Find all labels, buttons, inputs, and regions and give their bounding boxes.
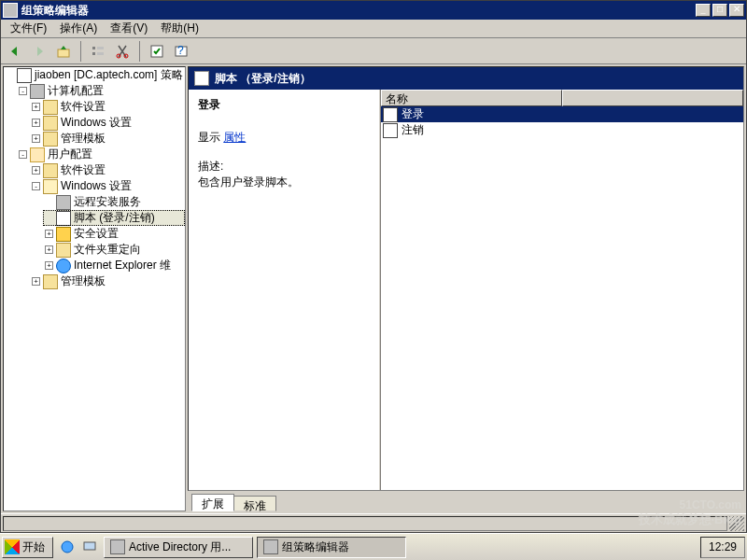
- desc-body: 包含用户登录脚本。: [198, 175, 370, 190]
- ris-icon: [56, 195, 71, 210]
- tab-extended[interactable]: 扩展: [191, 494, 234, 511]
- tree-label: 远程安装服务: [74, 194, 141, 210]
- ie-icon: [60, 539, 75, 554]
- start-label: 开始: [22, 539, 45, 555]
- ie-icon: [56, 259, 71, 273]
- show-row: 显示 属性: [198, 130, 370, 146]
- tree-pane[interactable]: jiaoben [DC.aptech.com] 策略 - 计算机配置 +: [3, 66, 186, 511]
- selection-heading: 登录: [198, 97, 370, 113]
- gpedit-window: 组策略编辑器 _ □ ✕ 文件(F) 操作(A) 查看(V) 帮助(H): [0, 0, 747, 533]
- status-segment: [3, 516, 727, 531]
- quick-launch: [57, 537, 100, 557]
- tree-remote-install[interactable]: 远程安装服务: [43, 194, 185, 210]
- user-icon: [30, 147, 45, 162]
- tree-computer-sw[interactable]: + 软件设置: [30, 99, 185, 115]
- tree-user-config[interactable]: - 用户配置 + 软件设置 -: [17, 147, 185, 289]
- script-icon: [383, 107, 398, 122]
- taskbar-item-label: 组策略编辑器: [282, 539, 349, 555]
- list-header[interactable]: 名称: [381, 90, 743, 106]
- taskbar-item-label: Active Directory 用...: [129, 539, 231, 555]
- app-icon: [3, 3, 18, 18]
- tree-scripts[interactable]: 脚本 (登录/注销): [43, 210, 185, 226]
- clock: 12:29: [709, 540, 737, 553]
- tree-root[interactable]: jiaoben [DC.aptech.com] 策略 - 计算机配置 +: [4, 67, 185, 289]
- back-arrow-icon: [7, 44, 22, 59]
- maximize-button[interactable]: □: [712, 4, 727, 17]
- ql-ie[interactable]: [57, 537, 78, 557]
- tab-standard[interactable]: 标准: [233, 496, 276, 511]
- statusbar: [1, 513, 746, 532]
- menu-file[interactable]: 文件(F): [5, 19, 52, 38]
- svg-rect-2: [92, 52, 95, 55]
- properties-link[interactable]: 属性: [223, 131, 246, 144]
- folder-icon: [43, 132, 58, 147]
- svg-rect-0: [58, 49, 69, 57]
- folder-icon: [43, 274, 58, 289]
- forward-button[interactable]: [29, 41, 49, 62]
- toolbar-sep-2: [139, 41, 140, 62]
- up-folder-icon: [56, 44, 71, 59]
- up-button[interactable]: [53, 41, 74, 62]
- list-row-login[interactable]: 登录: [381, 106, 743, 122]
- list-column: 名称 登录 注销: [379, 90, 743, 490]
- show-label: 显示: [198, 131, 220, 144]
- system-tray[interactable]: 12:29: [700, 537, 745, 558]
- window-title: 组策略编辑器: [21, 3, 694, 19]
- menu-view[interactable]: 查看(V): [105, 19, 153, 38]
- desktop-icon: [82, 539, 97, 554]
- policy-icon: [17, 68, 32, 83]
- toolbar-sep-1: [80, 41, 81, 62]
- help-button[interactable]: ?: [171, 41, 191, 62]
- shield-icon: [56, 227, 71, 242]
- tree-label: 软件设置: [61, 162, 106, 178]
- tree-label: 安全设置: [74, 226, 119, 242]
- tree-computer-tpl[interactable]: + 管理模板: [30, 131, 185, 147]
- tree-computer-config[interactable]: - 计算机配置 + 软件设置 +: [17, 83, 185, 147]
- list-row-label: 登录: [402, 106, 424, 122]
- start-button[interactable]: 开始: [2, 537, 53, 558]
- tree-computer-win[interactable]: + Windows 设置: [30, 115, 185, 131]
- tree-security[interactable]: + 安全设置: [43, 226, 185, 242]
- col-name[interactable]: 名称: [381, 90, 562, 106]
- tree-label: Internet Explorer 维: [74, 258, 171, 273]
- menubar: 文件(F) 操作(A) 查看(V) 帮助(H): [1, 20, 746, 38]
- minimize-button[interactable]: _: [696, 4, 711, 17]
- tree-folder-redirect[interactable]: + 文件夹重定向: [43, 242, 185, 258]
- list-body[interactable]: 登录 注销: [381, 106, 743, 490]
- menu-action[interactable]: 操作(A): [54, 19, 103, 38]
- resize-grip[interactable]: [729, 516, 744, 531]
- list-view-button[interactable]: [88, 41, 108, 62]
- menu-help[interactable]: 帮助(H): [155, 19, 204, 38]
- cut-button[interactable]: [112, 41, 133, 62]
- properties-button[interactable]: [147, 41, 167, 62]
- banner-title: 脚本 （登录/注销）: [215, 71, 311, 87]
- tree-ie-maint[interactable]: + Internet Explorer 维: [43, 258, 185, 273]
- script-icon: [383, 123, 398, 138]
- aduc-icon: [110, 539, 125, 554]
- svg-rect-4: [97, 52, 104, 55]
- taskbar-item-aduc[interactable]: Active Directory 用...: [104, 537, 253, 558]
- folder-icon: [43, 116, 58, 131]
- cut-icon: [115, 44, 130, 59]
- details-split: 登录 显示 属性 描述: 包含用户登录脚本。 名称: [189, 90, 743, 490]
- back-button[interactable]: [5, 41, 25, 62]
- col-spacer: [562, 90, 743, 106]
- tree-user-tpl[interactable]: + 管理模板: [30, 273, 185, 289]
- close-button[interactable]: ✕: [729, 4, 744, 17]
- folder-icon: [43, 163, 58, 178]
- help-icon: ?: [174, 44, 189, 59]
- windows-flag-icon: [5, 539, 20, 554]
- expander-icon[interactable]: -: [19, 87, 27, 95]
- tree-label: 管理模板: [61, 273, 106, 289]
- tree-label: Windows 设置: [61, 178, 132, 194]
- svg-point-10: [62, 541, 73, 553]
- tree-user-sw[interactable]: + 软件设置: [30, 162, 185, 178]
- tree-user-win[interactable]: - Windows 设置 远程安装服务: [30, 178, 185, 273]
- forward-arrow-icon: [32, 44, 47, 59]
- tree-label: 计算机配置: [48, 83, 104, 99]
- svg-rect-11: [84, 542, 95, 550]
- ql-desktop[interactable]: [79, 537, 100, 557]
- list-row-logout[interactable]: 注销: [381, 122, 743, 138]
- taskbar-item-gpedit[interactable]: 组策略编辑器: [257, 537, 406, 558]
- tree-label: 脚本 (登录/注销): [74, 210, 155, 226]
